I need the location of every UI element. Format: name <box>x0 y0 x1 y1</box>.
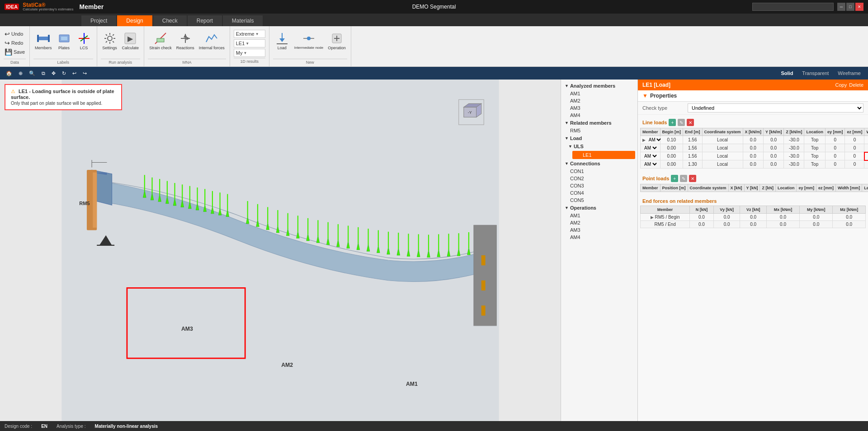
my-dropdown[interactable]: My ▼ <box>234 49 265 57</box>
run-analysis-icons: Settings ▶ Calculate <box>101 28 141 58</box>
pan-button[interactable]: ✥ <box>49 70 58 77</box>
check-type-row: Check type Undefined <box>638 102 868 115</box>
undo-button[interactable]: ↩ Undo <box>4 30 24 38</box>
tree-item-con2[interactable]: CON2 <box>561 175 637 182</box>
zoom-window-button[interactable]: ⧉ <box>39 70 47 77</box>
tree-item-am3[interactable]: AM3 <box>561 104 637 112</box>
tree-item-con5[interactable]: CON5 <box>561 197 637 204</box>
tree-item-op-am2[interactable]: AM2 <box>561 219 637 226</box>
tab-report[interactable]: Report <box>188 15 222 26</box>
tree-item-op-am4[interactable]: AM4 <box>561 234 637 241</box>
rotate-button[interactable]: ↻ <box>60 70 68 77</box>
home-button[interactable]: 🏠 <box>4 70 14 77</box>
tree-item-am1[interactable]: AM1 <box>561 90 637 97</box>
analyzed-members-header[interactable]: ▼ Analyzed members <box>561 82 637 90</box>
internal-forces-button[interactable]: Internal forces <box>198 30 226 52</box>
search-input[interactable] <box>752 3 834 11</box>
line-loads-delete-button[interactable]: ✕ <box>687 119 694 126</box>
lcs-icon <box>77 31 91 46</box>
zoom-in-button[interactable]: 🔍 <box>27 70 38 77</box>
calculate-icon: ▶ <box>123 31 137 46</box>
tab-materials[interactable]: Materials <box>223 15 263 26</box>
tree-item-rm5[interactable]: RM5 <box>561 127 637 134</box>
le1-dropdown[interactable]: LE1 ▼ <box>234 39 265 47</box>
col-z: Z [kN/m] <box>784 128 804 136</box>
load-button[interactable]: Load <box>273 30 291 52</box>
member-select-1[interactable]: AM1 <box>647 137 663 143</box>
col-y: Y [kN/m] <box>764 128 784 136</box>
tab-design[interactable]: Design <box>117 15 152 26</box>
line-loads-edit-button[interactable]: ✎ <box>678 119 685 126</box>
ef-expand-1[interactable]: ▶ <box>651 215 654 220</box>
point-loads-edit-button[interactable]: ✎ <box>680 175 687 182</box>
app-title: DEMO Segmental <box>412 4 456 10</box>
col-member: Member <box>641 128 660 136</box>
warning-icon: ⚠ <box>11 89 15 94</box>
col-ez: ez [mm] <box>845 128 864 136</box>
uls-header[interactable]: ▼ ULS <box>566 142 637 150</box>
zoom-fit-button[interactable]: ⊕ <box>16 70 25 77</box>
titlebar-left: IDEA StatiCa® Calculate yesterday's esti… <box>5 2 104 11</box>
load-header[interactable]: ▼ Load <box>561 134 637 142</box>
related-members-header[interactable]: ▼ Related members <box>561 119 637 127</box>
member-select-4[interactable]: AM4 <box>642 161 658 167</box>
lcs-button[interactable]: LCS <box>75 30 93 52</box>
tree-item-con3[interactable]: CON3 <box>561 182 637 189</box>
tree-item-con4[interactable]: CON4 <box>561 189 637 197</box>
save-button[interactable]: 💾 Save <box>4 48 26 56</box>
col-location: Location <box>804 128 826 136</box>
svg-marker-15 <box>186 37 190 40</box>
design-code-label: Design code : <box>5 424 32 429</box>
member-select-3[interactable]: AM3 <box>642 153 658 159</box>
member-select-2[interactable]: AM2 <box>642 145 658 151</box>
operation-button[interactable]: Operation <box>326 30 347 52</box>
ribbon-group-1d-results: Extreme ▼ LE1 ▼ My ▼ 1D results <box>230 26 269 66</box>
reactions-button[interactable]: Reactions <box>175 30 196 52</box>
plates-button[interactable]: Plates <box>55 30 73 52</box>
point-loads-delete-button[interactable]: ✕ <box>689 175 696 182</box>
point-loads-add-button[interactable]: + <box>671 175 678 182</box>
new-icons: Load Intermediate node Operation <box>273 28 347 58</box>
minimize-button[interactable]: ─ <box>837 3 845 11</box>
expand-cell-2: AM2 <box>641 144 660 152</box>
copy-button[interactable]: Copy <box>835 82 847 88</box>
tree-item-le1[interactable]: LE1 <box>572 151 635 159</box>
redo-button[interactable]: ↪ Redo <box>4 39 24 47</box>
related-members-arrow: ▼ <box>565 121 569 125</box>
titlebar: IDEA StatiCa® Calculate yesterday's esti… <box>0 0 868 14</box>
delete-button[interactable]: Delete <box>849 82 863 88</box>
col-width: Width [mm] <box>864 128 868 136</box>
tree-item-am4[interactable]: AM4 <box>561 112 637 119</box>
tree-item-op-am1[interactable]: AM1 <box>561 212 637 219</box>
check-type-select[interactable]: Undefined <box>688 103 863 112</box>
redo-view-button[interactable]: ↪ <box>80 70 89 77</box>
col-ey: ey [mm] <box>825 128 845 136</box>
solid-view-button[interactable]: Solid <box>777 69 797 77</box>
maximize-button[interactable]: □ <box>846 3 854 11</box>
scene-svg: RM5 <box>0 80 561 421</box>
extreme-dropdown[interactable]: Extreme ▼ <box>234 30 265 38</box>
intermediate-node-button[interactable]: Intermediate node <box>293 30 325 51</box>
wireframe-view-button[interactable]: Wireframe <box>834 69 864 77</box>
calculate-button[interactable]: ▶ Calculate <box>121 30 141 52</box>
close-button[interactable]: ✕ <box>855 3 863 11</box>
operations-header[interactable]: ▼ Operations <box>561 204 637 212</box>
settings-button[interactable]: Settings <box>101 30 119 52</box>
tab-check[interactable]: Check <box>153 15 187 26</box>
tree-item-op-am3[interactable]: AM3 <box>561 226 637 234</box>
viewport[interactable]: ⚠ LE1 - Loading surface is outside of pl… <box>0 80 561 421</box>
tree-item-con1[interactable]: CON1 <box>561 168 637 175</box>
table-row: AM4 0.00 1.30 Local 0.0 0.0 -30.0 Top 0 … <box>641 160 868 169</box>
ribbon: ↩ Undo ↪ Redo 💾 Save Data Members <box>0 26 868 67</box>
strain-check-button[interactable]: Strain check <box>148 30 173 52</box>
connections-header[interactable]: ▼ Connections <box>561 159 637 168</box>
line-loads-add-button[interactable]: + <box>669 119 676 126</box>
tree-item-am2[interactable]: AM2 <box>561 97 637 104</box>
tab-project[interactable]: Project <box>81 15 116 26</box>
transparent-view-button[interactable]: Transparent <box>798 69 832 77</box>
members-button[interactable]: Members <box>33 30 53 52</box>
undo-view-button[interactable]: ↩ <box>70 70 79 77</box>
tree-panel: ▼ Analyzed members AM1 AM2 AM3 AM4 ▼ Rel… <box>561 80 637 421</box>
expand-cell-1[interactable]: ▶ AM1 <box>641 136 660 144</box>
col-begin: Begin [m] <box>660 128 683 136</box>
